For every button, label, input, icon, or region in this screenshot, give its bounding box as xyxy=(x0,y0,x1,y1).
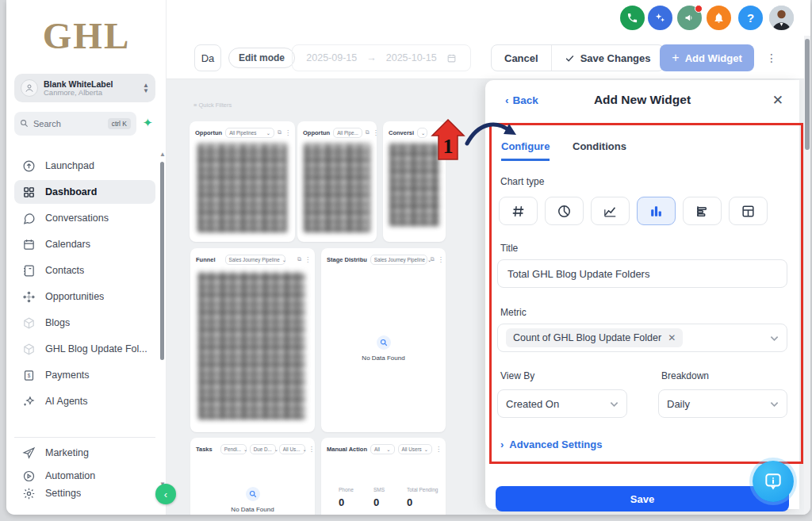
notifications-bell-icon[interactable] xyxy=(707,6,731,30)
payments-icon: $ xyxy=(22,369,36,382)
metric-select[interactable]: Count of GHL Blog Update Folder ✕ xyxy=(497,324,787,352)
no-data-state: No Data Found xyxy=(190,487,315,513)
sidebar-item-conversations[interactable]: Conversations xyxy=(14,206,155,230)
help-icon[interactable]: ? xyxy=(738,6,763,30)
widget-title-input[interactable]: Total GHL Blog Update Folders xyxy=(497,259,787,288)
metric-label: Metric xyxy=(500,307,527,318)
sidebar-item-settings[interactable]: Settings xyxy=(14,483,155,504)
user-avatar[interactable] xyxy=(769,6,794,30)
chart-type-number-button[interactable] xyxy=(499,197,538,225)
widget-stage-distribution[interactable]: Stage Distribu Sales Journey Pipeline⌄ ⧉… xyxy=(321,248,446,432)
blogs-cube-icon xyxy=(22,316,36,330)
search-placeholder: Search xyxy=(33,119,61,128)
widget-conversions[interactable]: Conversi ⌄ ⧉ xyxy=(383,121,446,242)
chart-type-line-button[interactable] xyxy=(591,197,630,225)
metric-chip: Count of GHL Blog Update Folder ✕ xyxy=(506,328,683,347)
chart-type-pie-button[interactable] xyxy=(545,197,584,225)
widget-opportunities-2[interactable]: Opportun All Pipe... ⧉ ⋮ xyxy=(297,121,377,242)
more-options-icon[interactable]: ⋮ xyxy=(764,47,779,69)
chat-info-icon xyxy=(763,471,783,492)
save-button[interactable]: Save xyxy=(496,486,789,511)
sidebar-scrollbar[interactable]: ▲ ▼ xyxy=(159,151,167,488)
sidebar-item-payments[interactable]: $ Payments xyxy=(14,363,155,387)
opportunities-icon xyxy=(22,290,36,304)
launchpad-icon xyxy=(22,159,36,173)
dashboard-name-button[interactable]: Da xyxy=(194,44,221,71)
widget-funnel[interactable]: Funnel Sales Journey Pipeline⌄ ⧉ ⋮ xyxy=(190,248,315,432)
widget-menu-icon[interactable]: ⋮ xyxy=(435,446,442,453)
users-filter-select[interactable]: All Us...⌄ xyxy=(279,444,305,454)
expand-icon[interactable]: ⧉ xyxy=(438,129,442,136)
sidebar-item-launchpad[interactable]: Launchpad xyxy=(14,154,155,178)
expand-icon[interactable]: ⧉ xyxy=(366,129,370,136)
status-filter-select[interactable]: Pendi...⌄ xyxy=(220,444,247,454)
widget-menu-icon[interactable]: ⋮ xyxy=(304,256,311,263)
widget-opportunities-1[interactable]: Opportun All Pipelines⌄ ⧉ ⋮ xyxy=(190,121,295,242)
expand-icon[interactable]: ⧉ xyxy=(297,256,301,262)
ai-agents-icon xyxy=(22,395,36,408)
ai-tools-icon[interactable] xyxy=(648,6,672,30)
chart-type-horizontal-bar-button[interactable] xyxy=(683,197,722,225)
chart-type-bar-button[interactable] xyxy=(637,197,676,225)
search-input[interactable]: Search ctrl K xyxy=(14,112,136,136)
phone-icon[interactable] xyxy=(620,6,645,30)
sidebar-item-opportunities[interactable]: Opportunities xyxy=(14,285,155,308)
widget-tasks[interactable]: Tasks Pendi...⌄ Due D...⌄ All Us...⌄ ⋮ N… xyxy=(190,438,315,515)
filter-select[interactable]: ⌄ xyxy=(417,128,427,138)
close-icon[interactable]: ✕ xyxy=(772,92,783,109)
widget-menu-icon[interactable]: ⋮ xyxy=(373,129,379,136)
sidebar-item-marketing[interactable]: Marketing xyxy=(14,441,155,465)
remove-metric-icon[interactable]: ✕ xyxy=(668,332,676,343)
widget-menu-icon[interactable]: ⋮ xyxy=(308,446,315,453)
widget-manual-actions[interactable]: Manual Action All⌄ All Users⌄ ⋮ Phone 0 … xyxy=(321,438,446,515)
blurred-chart-content xyxy=(389,144,439,226)
account-switcher[interactable]: Blank WhiteLabel Canmore, Alberta ▲▼ xyxy=(14,74,155,102)
breakdown-value: Daily xyxy=(667,398,690,410)
add-widget-panel: ‹ Back Add New Widget ✕ Configure Condit… xyxy=(485,80,799,509)
sidebar-item-ghl-blog-update-folder[interactable]: GHL Blog Update Fol... xyxy=(14,337,155,361)
date-range-picker[interactable]: 2025-09-15 → 2025-10-15 xyxy=(292,44,471,71)
sidebar-item-ai-agents[interactable]: AI Agents xyxy=(14,389,155,413)
pipeline-filter-select[interactable]: Sales Journey Pipeline⌄ xyxy=(370,255,427,265)
chevron-down-icon xyxy=(610,398,619,410)
scroll-up-icon[interactable]: ▲ xyxy=(159,151,166,158)
sidebar-item-contacts[interactable]: Contacts xyxy=(14,259,155,282)
plus-icon: + xyxy=(672,51,679,65)
notification-dot xyxy=(695,5,703,13)
users-filter-select[interactable]: All Users⌄ xyxy=(398,444,432,454)
sidebar-item-blogs[interactable]: Blogs xyxy=(14,311,155,335)
widget-menu-icon[interactable]: ⋮ xyxy=(438,256,444,263)
pipeline-filter-select[interactable]: All Pipe... xyxy=(333,128,362,138)
widget-menu-icon[interactable]: ⋮ xyxy=(285,129,291,136)
tab-conditions[interactable]: Conditions xyxy=(573,140,626,152)
sidebar-collapse-button[interactable]: ‹ xyxy=(155,484,176,504)
pipeline-filter-select[interactable]: Sales Journey Pipeline⌄ xyxy=(225,255,285,265)
sidebar-scroll-thumb[interactable] xyxy=(160,162,164,360)
window-scroll-thumb[interactable] xyxy=(805,39,810,150)
pipeline-filter-select[interactable]: All Pipelines⌄ xyxy=(225,128,274,138)
marketing-icon xyxy=(22,446,36,460)
sidebar-item-dashboard[interactable]: Dashboard xyxy=(14,180,155,204)
sidebar-item-calendars[interactable]: Calendars xyxy=(14,232,155,256)
cancel-button[interactable]: Cancel xyxy=(492,45,551,71)
announcement-icon[interactable] xyxy=(677,6,702,30)
support-chat-button[interactable] xyxy=(753,461,794,502)
breakdown-select[interactable]: Daily xyxy=(658,389,787,418)
quick-filters-toggle[interactable]: ≡ Quick Filters xyxy=(193,102,232,109)
ghl-logo: GHL xyxy=(6,14,167,57)
chart-type-table-button[interactable] xyxy=(729,197,768,225)
due-date-filter-select[interactable]: Due D...⌄ xyxy=(250,444,276,454)
tab-configure[interactable]: Configure xyxy=(501,140,550,161)
save-changes-button[interactable]: Save Changes xyxy=(551,45,664,71)
chart-type-label: Chart type xyxy=(500,176,544,187)
add-widget-button[interactable]: + Add Widget xyxy=(660,44,754,71)
view-by-select[interactable]: Created On xyxy=(497,389,627,418)
account-chevrons-icon: ▲▼ xyxy=(143,82,149,94)
ai-spark-icon[interactable]: ✦ xyxy=(143,116,153,130)
expand-icon[interactable]: ⧉ xyxy=(431,256,435,262)
expand-icon[interactable]: ⧉ xyxy=(278,129,282,136)
title-label: Title xyxy=(500,243,518,254)
window-scrollbar[interactable] xyxy=(804,36,810,515)
advanced-settings-toggle[interactable]: › Advanced Settings xyxy=(500,439,602,450)
type-filter-select[interactable]: All⌄ xyxy=(370,444,395,454)
